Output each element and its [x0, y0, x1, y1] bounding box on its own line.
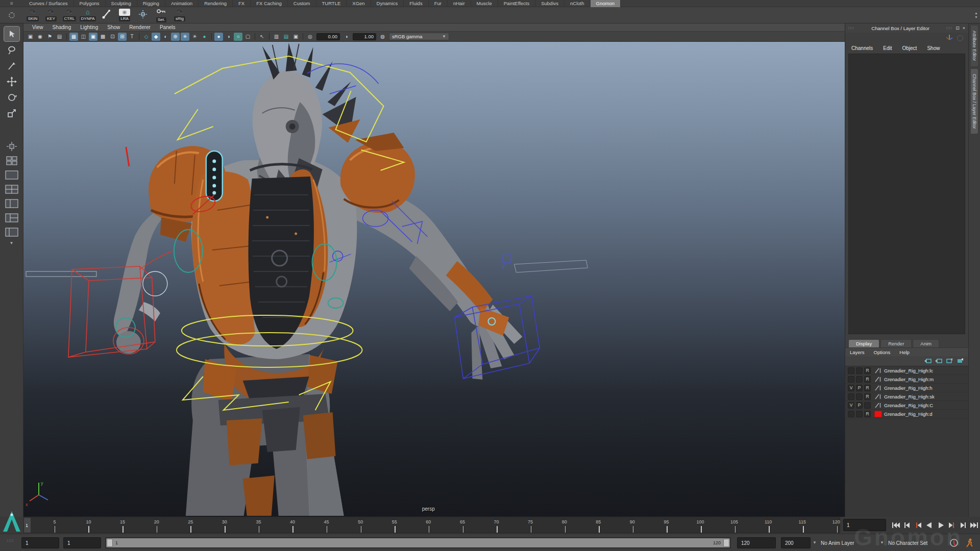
layer-name[interactable]: Grenadier_Rig_High:sk	[884, 394, 935, 399]
contrast-icon[interactable]: ◑	[342, 33, 351, 41]
layout-two-pane-side[interactable]	[4, 197, 20, 210]
layer-name[interactable]: Grenadier_Rig_High:d	[884, 411, 933, 417]
layer-row[interactable]: V P R Grenadier_Rig_High:h	[845, 384, 968, 392]
step-forward-frame-button[interactable]	[958, 519, 968, 532]
shelf-tab-turtle[interactable]: TURTLE	[316, 0, 347, 7]
shelf-tab-rendering[interactable]: Rendering	[199, 0, 233, 7]
panel-menu-view[interactable]: View	[28, 24, 48, 30]
drag-grip-icon[interactable]: ∷∷	[946, 26, 952, 31]
selection-highlight-icon[interactable]: ↖	[258, 33, 266, 41]
sidebar-tab-channel-box[interactable]: Channel Box / Layer Editor	[971, 69, 978, 134]
use-lights-icon[interactable]: ⊕	[171, 33, 180, 41]
wireframe-icon[interactable]: ◇	[142, 33, 151, 41]
color-management-icon[interactable]: ◍	[378, 33, 387, 41]
move-tool[interactable]	[4, 74, 19, 89]
drag-grip-icon[interactable]: ∷∷	[848, 26, 854, 31]
layer-name[interactable]: Grenadier_Rig_High:lc	[884, 368, 933, 373]
layer-playback-toggle[interactable]	[856, 367, 863, 374]
step-back-key-button[interactable]	[913, 519, 923, 532]
layer-display-type-toggle[interactable]: R	[864, 411, 871, 417]
go-to-start-button[interactable]	[890, 519, 901, 532]
image-icon[interactable]: ▣	[291, 33, 300, 41]
panel-menu-renderer[interactable]: Renderer	[125, 24, 155, 30]
film-gate-icon[interactable]: ◫	[79, 33, 88, 41]
shelf-tab-dynamics[interactable]: Dynamics	[371, 0, 404, 7]
character-set-dropdown[interactable]: No Character Set	[888, 537, 945, 548]
layer-row[interactable]: V P Grenadier_Rig_High:C	[845, 401, 968, 410]
layer-color-swatch[interactable]	[874, 393, 882, 400]
animation-end-field[interactable]: 200	[781, 537, 811, 548]
shelf-scroll-arrows[interactable]: ▲ ▼	[974, 11, 978, 19]
menu-options[interactable]: Options	[869, 349, 895, 355]
shelf-tab-polygons[interactable]: Polygons	[74, 0, 106, 7]
layer-playback-toggle[interactable]	[856, 411, 863, 417]
shaded-icon[interactable]: ◆	[152, 33, 160, 41]
range-slider-track[interactable]: 1 120	[106, 538, 730, 547]
shadows-icon[interactable]: ✳	[181, 33, 189, 41]
range-slider[interactable]: 1 120	[105, 537, 731, 548]
layer-row[interactable]: R Grenadier_Rig_High:sk	[845, 392, 968, 401]
move-layer-down-icon[interactable]	[935, 357, 942, 366]
step-forward-key-button[interactable]	[946, 519, 957, 532]
isolate-select-icon[interactable]: ○	[234, 33, 242, 41]
panel-title-bar[interactable]: ∷∷ Channel Box / Layer Editor ∷∷ ⊡ ×	[845, 23, 968, 33]
shelf-scroll-down-icon[interactable]: ▼	[974, 15, 978, 19]
playback-end-field[interactable]: 120	[737, 537, 776, 548]
paint-select-tool[interactable]	[4, 58, 19, 73]
layer-visibility-toggle[interactable]: V	[848, 402, 854, 409]
animation-start-field[interactable]: 1	[21, 537, 59, 548]
shelf-tab-xgen[interactable]: XGen	[347, 0, 371, 7]
layer-display-type-toggle[interactable]: R	[864, 367, 871, 374]
shelf-tab-painteffects[interactable]: PaintEffects	[498, 0, 536, 7]
layer-name[interactable]: Grenadier_Rig_High:h	[884, 385, 933, 391]
shelf-tab-rigging[interactable]: Rigging	[137, 0, 165, 7]
shelf-button-joint-tool[interactable]	[97, 7, 115, 23]
create-empty-layer-icon[interactable]	[946, 357, 953, 366]
shelf-button-lra[interactable]: ◉ LRA	[115, 7, 134, 23]
exposure-field[interactable]: 0.00	[316, 33, 340, 40]
scene-render-icon[interactable]: ▤	[282, 33, 290, 41]
layout-outliner-persp[interactable]	[4, 226, 20, 238]
layer-playback-toggle[interactable]: P	[856, 402, 863, 409]
menu-layers[interactable]: Layers	[845, 349, 869, 355]
layout-four-pane[interactable]	[4, 183, 20, 195]
layer-visibility-toggle[interactable]	[848, 411, 854, 417]
shelf-tab-sculpting[interactable]: Sculpting	[106, 0, 137, 7]
layer-playback-toggle[interactable]	[856, 393, 863, 400]
drag-grip-icon[interactable]: ∷∷	[7, 538, 14, 543]
shelf-tab-fluids[interactable]: Fluids	[404, 0, 428, 7]
shelf-button-skin[interactable]: ↷ SKIN	[23, 7, 42, 23]
layer-name[interactable]: Grenadier_Rig_High:C	[884, 403, 933, 408]
scale-tool[interactable]	[4, 106, 19, 120]
shelf-tab-nhair[interactable]: nHair	[448, 0, 471, 7]
layer-visibility-toggle[interactable]	[848, 367, 854, 374]
layer-row[interactable]: R Grenadier_Rig_High:m	[845, 375, 968, 384]
xray-joints-icon[interactable]: ◑	[224, 33, 233, 41]
layout-single-pane[interactable]	[4, 168, 20, 181]
anim-layer-dropdown[interactable]: No Anim Layer	[821, 537, 877, 548]
panel-menu-panels[interactable]: Panels	[155, 24, 180, 30]
layer-row[interactable]: R Grenadier_Rig_High:lc	[845, 366, 968, 375]
layer-name[interactable]: Grenadier_Rig_High:m	[884, 377, 934, 382]
shelf-tab-subdivs[interactable]: Subdivs	[535, 0, 565, 7]
animation-preferences-button[interactable]	[964, 537, 975, 548]
textured-icon[interactable]: ◐	[161, 33, 170, 41]
play-forwards-button[interactable]	[935, 519, 946, 532]
lasso-select-tool[interactable]	[4, 42, 19, 57]
shelf-tab-custom[interactable]: Custom	[288, 0, 316, 7]
sidebar-tab-attribute-editor[interactable]: Attribute Editor	[971, 26, 978, 66]
safe-title-icon[interactable]: ⊞	[118, 33, 127, 41]
panel-menu-show[interactable]: Show	[103, 24, 125, 30]
bookmark-icon[interactable]: ⚑	[45, 33, 54, 41]
shelf-button-set[interactable]: Set.	[152, 7, 170, 23]
region-icon[interactable]: ⊡	[108, 33, 117, 41]
layer-color-swatch[interactable]	[874, 411, 882, 417]
timeline-ruler[interactable]: 1 5 10 15 20 25 30 35 40 45 50 55 60 65 …	[23, 517, 840, 533]
layout-more-icon[interactable]: ▼	[10, 241, 14, 245]
playback-start-field[interactable]: 1	[63, 537, 101, 548]
ambient-occlusion-icon[interactable]: ☀	[190, 33, 199, 41]
motion-blur-icon[interactable]: ●	[200, 33, 209, 41]
gamma-field[interactable]: 1.00	[353, 33, 376, 40]
range-start-handle[interactable]	[107, 539, 113, 547]
gate-mask-icon[interactable]: ▩	[99, 33, 107, 41]
